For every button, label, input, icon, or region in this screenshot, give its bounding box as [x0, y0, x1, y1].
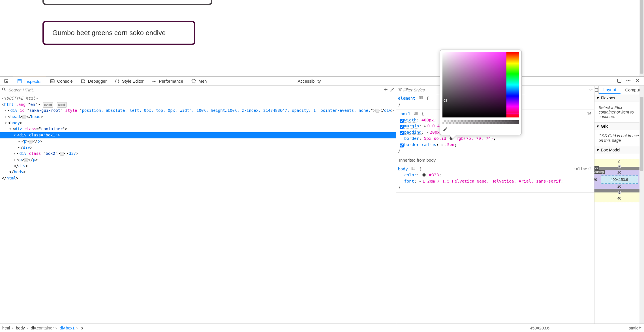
markup-toolbar [0, 86, 396, 94]
accordion-grid[interactable]: ▾ Grid [594, 123, 644, 130]
add-node-button[interactable] [384, 87, 388, 93]
svg-line-23 [5, 90, 6, 91]
svg-rect-27 [420, 97, 422, 99]
svg-rect-6 [192, 80, 195, 83]
tab-debugger[interactable]: Debugger [77, 77, 111, 85]
position-value: static [629, 326, 638, 330]
tab-console-label: Console [57, 79, 73, 83]
picker-hue-slider[interactable] [506, 52, 519, 117]
event-badge[interactable]: event [43, 102, 53, 108]
rule-source-inline[interactable]: inline:2 [574, 166, 592, 172]
markup-tree[interactable]: <!DOCTYPE html> <html lang="en"> event s… [0, 94, 396, 324]
picker-hue-indicator[interactable] [506, 113, 519, 114]
rule-body[interactable]: inline:2 body { color: #333; font: ▸1.2e… [396, 165, 594, 193]
rules-source-line: ine [588, 88, 592, 92]
display-type-icon[interactable] [419, 95, 423, 102]
tab-accessibility-label: Accessibility [298, 79, 321, 83]
markup-selected-node[interactable]: ▾<div class="box1"> [0, 132, 396, 138]
chevron-down-icon: ▾ [597, 96, 599, 100]
breadcrumb: html› body› div.container› div.box1› p 4… [0, 324, 644, 332]
svg-rect-15 [618, 79, 621, 83]
close-devtools-button[interactable] [635, 78, 640, 84]
dock-mode-button[interactable] [617, 78, 622, 84]
display-type-icon[interactable] [414, 111, 418, 117]
decl-toggle[interactable] [400, 125, 404, 129]
layout-tab-prev-button[interactable] [594, 86, 599, 94]
search-html-input[interactable] [8, 87, 382, 93]
tab-inspector[interactable]: Inspector [13, 77, 46, 85]
tab-style-editor[interactable]: Style Editor [111, 77, 148, 85]
shorthand-expander-icon[interactable]: ▸ [424, 123, 427, 129]
svg-rect-1 [18, 80, 22, 83]
tab-memory-label: Men [198, 79, 207, 83]
ltab-layout[interactable]: Layout [599, 86, 621, 94]
tab-debugger-label: Debugger [88, 79, 107, 83]
rules-panel: ine element { } 16 .box1 { width: 400px [396, 86, 595, 324]
picker-eyedropper-button[interactable] [442, 127, 448, 132]
svg-rect-34 [414, 167, 415, 170]
decl-border[interactable]: border: 5px solid rgb(75, 70, 74); [398, 136, 592, 142]
box-model-diagram[interactable]: margin 0 0 0 40 border 5 5 5 5 padding 2… [594, 154, 644, 207]
picker-alpha-slider[interactable] [442, 120, 519, 124]
tab-console[interactable]: Console [46, 77, 77, 85]
chevron-down-icon: ▾ [597, 124, 599, 128]
page-box2: Gumbo beet greens corn soko endive [42, 21, 195, 45]
tab-inspector-label: Inspector [24, 79, 42, 84]
layout-panel: Layout Computed Changes Fonts Animati▾ ▾… [594, 86, 644, 324]
breadcrumb-trail[interactable]: html› body› div.container› div.box1› p [2, 326, 83, 330]
tab-memory[interactable]: Men [187, 77, 211, 85]
html-node[interactable]: <html lang="en"> [2, 102, 40, 107]
picker-sv-indicator[interactable] [444, 99, 447, 102]
svg-rect-28 [422, 97, 423, 99]
svg-rect-4 [50, 79, 54, 83]
svg-point-22 [2, 88, 5, 90]
svg-rect-31 [417, 112, 418, 114]
filter-icon [398, 87, 402, 93]
layout-scrollbar[interactable] [639, 86, 644, 324]
color-picker[interactable] [440, 50, 522, 135]
meatball-menu-button[interactable] [626, 78, 631, 84]
position-dropdown-icon[interactable]: ▾ [638, 326, 642, 330]
markup-panel: <!DOCTYPE html> <html lang="en"> event s… [0, 86, 396, 324]
svg-point-17 [626, 80, 628, 81]
tab-accessibility[interactable]: Accessibility [294, 77, 325, 85]
decl-toggle[interactable] [400, 143, 404, 147]
devtools: Inspector Console Debugger Style Editor … [0, 76, 644, 332]
inherited-header: Inherited from body [396, 156, 594, 165]
decl-toggle[interactable] [400, 119, 404, 123]
decl-border-radius[interactable]: border-radius: ▸.5em; [398, 142, 592, 148]
svg-rect-33 [413, 167, 414, 170]
devtools-tabbar: Inspector Console Debugger Style Editor … [0, 77, 644, 86]
twisty-open-icon[interactable]: ▾ [5, 120, 8, 126]
devtools-body: <!DOCTYPE html> <html lang="en"> event s… [0, 86, 644, 324]
decl-toggle[interactable] [400, 131, 404, 135]
accordion-boxmodel[interactable]: ▾ Box Model [594, 146, 644, 154]
page-box1: amaranth tatsoi tomatillo melon azuki be… [42, 0, 212, 5]
svg-point-18 [628, 80, 629, 81]
layout-tabbar: Layout Computed Changes Fonts Animati▾ [594, 86, 644, 94]
ellipsis-icon[interactable]: ⋯ [375, 109, 379, 113]
eyedropper-button[interactable] [390, 87, 394, 93]
box-model-outer-size: 450×203.6 [530, 326, 549, 330]
accordion-flexbox[interactable]: ▾ Flexbox [594, 94, 644, 102]
box-model-content-size[interactable]: 400×153.6 [601, 175, 638, 184]
color-swatch-icon[interactable] [422, 173, 426, 177]
svg-point-19 [630, 80, 631, 81]
tab-performance[interactable]: Performance [147, 77, 187, 85]
grid-message: CSS Grid is not in use on this page [594, 130, 644, 146]
svg-rect-26 [419, 97, 420, 99]
svg-rect-29 [414, 112, 415, 114]
display-type-icon[interactable] [411, 166, 415, 172]
pick-element-button[interactable] [0, 77, 13, 85]
doctype-line: <!DOCTYPE html> [2, 96, 37, 100]
tab-performance-label: Performance [159, 79, 183, 83]
decl-color[interactable]: color: #333; [398, 172, 592, 178]
decl-font[interactable]: font: ▸1.2em / 1.5 Helvetica Neue, Helve… [398, 178, 592, 185]
svg-rect-32 [412, 167, 413, 170]
rule-source-inline[interactable]: 16 [587, 111, 592, 117]
chevron-down-icon: ▾ [597, 148, 599, 152]
scroll-badge[interactable]: scroll [57, 102, 67, 108]
twisty-closed-icon[interactable]: ▸ [5, 108, 8, 114]
search-icon [2, 87, 6, 93]
page-scrollbar[interactable] [639, 0, 644, 76]
